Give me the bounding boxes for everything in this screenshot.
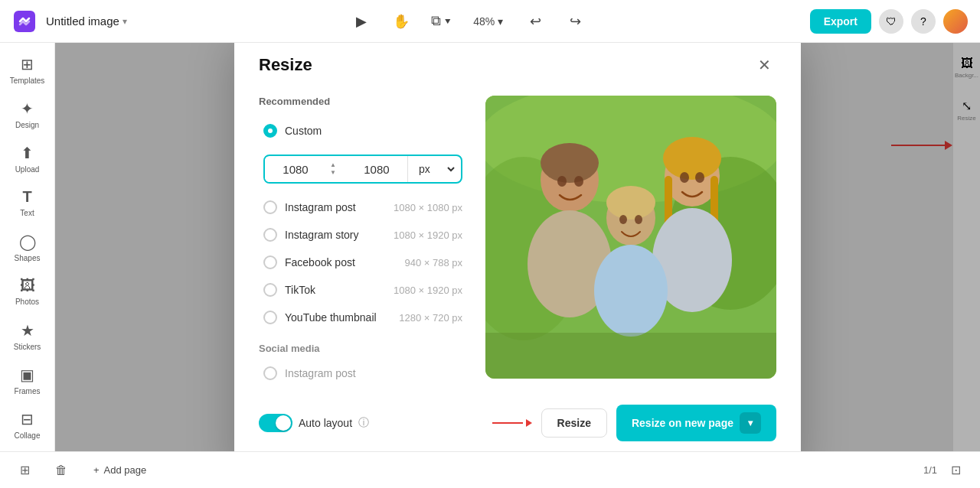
tiktok-label: TikTok bbox=[285, 284, 386, 296]
view-options-button[interactable]: ⧉ ▾ bbox=[427, 8, 455, 35]
sidebar-item-photos[interactable]: 🖼 Photos bbox=[3, 271, 52, 312]
grid-view-button[interactable]: ⊞ bbox=[12, 458, 37, 483]
social-instagram-label: Instagram post bbox=[285, 367, 356, 379]
instagram-story-label: Instagram story bbox=[285, 229, 386, 241]
export-button[interactable]: Export bbox=[810, 9, 871, 34]
modal-title: Resize bbox=[259, 55, 312, 75]
resize-button[interactable]: Resize bbox=[541, 408, 607, 438]
help-icon[interactable]: ? bbox=[911, 9, 936, 34]
youtube-thumbnail-radio[interactable] bbox=[263, 311, 277, 324]
auto-layout-info-icon[interactable]: ⓘ bbox=[358, 416, 369, 430]
svg-point-15 bbox=[680, 172, 689, 183]
height-input[interactable] bbox=[346, 157, 407, 182]
custom-radio[interactable] bbox=[263, 124, 277, 138]
svg-point-8 bbox=[557, 176, 567, 187]
sidebar-item-upload[interactable]: ⬆ Upload bbox=[3, 138, 52, 179]
modal-footer: Auto layout ⓘ Resize Resize on new page … bbox=[259, 405, 776, 441]
play-button[interactable]: ▶ bbox=[348, 8, 375, 35]
add-page-icon: + bbox=[93, 464, 100, 476]
width-down-button[interactable]: ▼ bbox=[329, 169, 337, 177]
svg-rect-0 bbox=[14, 11, 35, 32]
modal-right-panel bbox=[485, 96, 776, 386]
user-avatar[interactable] bbox=[943, 9, 968, 34]
facebook-post-option[interactable]: Facebook post 940 × 788 px bbox=[259, 249, 467, 275]
svg-point-18 bbox=[606, 186, 655, 220]
canvas-area: Resize ✕ Recommended Custom bbox=[55, 43, 980, 451]
sidebar-item-text[interactable]: T Text bbox=[3, 182, 52, 223]
tiktok-size: 1080 × 1920 px bbox=[394, 285, 462, 296]
frames-icon: ▣ bbox=[20, 366, 34, 384]
width-input[interactable] bbox=[265, 157, 326, 182]
shield-icon[interactable]: 🛡 bbox=[879, 9, 903, 34]
sidebar-item-collage[interactable]: ⊟ Collage bbox=[3, 404, 52, 445]
instagram-story-radio[interactable] bbox=[263, 228, 277, 242]
resize-new-chevron-icon: ▾ bbox=[740, 412, 761, 434]
svg-point-16 bbox=[695, 172, 704, 183]
add-page-button[interactable]: + Add page bbox=[86, 460, 154, 480]
dimension-input-group: ▲ ▼ px in mm cm bbox=[263, 155, 462, 184]
custom-option[interactable]: Custom bbox=[259, 118, 467, 144]
document-title[interactable]: Untitled image ▾ bbox=[46, 15, 127, 28]
collage-icon: ⊟ bbox=[21, 410, 34, 428]
sidebar-item-shapes[interactable]: ◯ Shapes bbox=[3, 226, 52, 268]
svg-point-21 bbox=[635, 215, 642, 224]
width-up-button[interactable]: ▲ bbox=[329, 161, 337, 169]
auto-layout-toggle[interactable] bbox=[259, 414, 292, 432]
social-instagram-radio[interactable] bbox=[263, 366, 277, 380]
trash-button[interactable]: 🗑 bbox=[49, 458, 74, 483]
modal-left-panel: Recommended Custom ▲ bbox=[259, 96, 467, 386]
instagram-post-option[interactable]: Instagram post 1080 × 1080 px bbox=[259, 194, 467, 220]
topbar: Untitled image ▾ ▶ ✋ ⧉ ▾ 48% ▾ ↩ ↪ Expor… bbox=[0, 0, 980, 43]
templates-icon: ⊞ bbox=[21, 55, 34, 73]
sidebar-item-templates[interactable]: ⊞ Templates bbox=[3, 49, 52, 90]
page-count: 1/1 bbox=[923, 464, 937, 476]
social-instagram-post[interactable]: Instagram post bbox=[259, 360, 467, 386]
custom-label: Custom bbox=[285, 125, 462, 137]
unit-select[interactable]: px in mm cm bbox=[407, 156, 457, 182]
resize-arrow-indicator bbox=[492, 419, 532, 427]
instagram-post-radio[interactable] bbox=[263, 200, 277, 214]
sidebar-item-design[interactable]: ✦ Design bbox=[3, 93, 52, 135]
bottombar: ⊞ 🗑 + Add page 1/1 ⊡ bbox=[0, 451, 980, 488]
tiktok-radio[interactable] bbox=[263, 283, 277, 297]
width-spinner[interactable]: ▲ ▼ bbox=[326, 160, 340, 178]
sidebar: ⊞ Templates ✦ Design ⬆ Upload T Text ◯ S… bbox=[0, 43, 55, 451]
sidebar-item-frames[interactable]: ▣ Frames bbox=[3, 359, 52, 401]
instagram-post-label: Instagram post bbox=[285, 201, 386, 213]
zoom-control[interactable]: 48% ▾ bbox=[467, 11, 509, 32]
hand-tool-button[interactable]: ✋ bbox=[387, 8, 415, 35]
photos-icon: 🖼 bbox=[20, 277, 35, 294]
shapes-icon: ◯ bbox=[19, 233, 36, 251]
arrow-line bbox=[492, 422, 523, 424]
topbar-right-controls: Export 🛡 ? bbox=[810, 9, 968, 34]
instagram-post-size: 1080 × 1080 px bbox=[394, 202, 462, 213]
facebook-post-radio[interactable] bbox=[263, 255, 277, 269]
arrow-head bbox=[526, 419, 532, 427]
tiktok-option[interactable]: TikTok 1080 × 1920 px bbox=[259, 277, 467, 303]
youtube-thumbnail-option[interactable]: YouTube thumbnail 1280 × 720 px bbox=[259, 304, 467, 330]
design-icon: ✦ bbox=[21, 99, 34, 118]
resize-modal: Resize ✕ Recommended Custom bbox=[234, 43, 801, 451]
sidebar-item-stickers[interactable]: ★ Stickers bbox=[3, 315, 52, 356]
app-logo[interactable] bbox=[12, 9, 37, 34]
modal-body: Recommended Custom ▲ bbox=[259, 96, 776, 386]
redo-button[interactable]: ↪ bbox=[561, 8, 589, 35]
modal-close-button[interactable]: ✕ bbox=[752, 53, 776, 77]
instagram-story-option[interactable]: Instagram story 1080 × 1920 px bbox=[259, 222, 467, 248]
topbar-center-controls: ▶ ✋ ⧉ ▾ 48% ▾ ↩ ↪ bbox=[348, 8, 589, 35]
instagram-story-size: 1080 × 1920 px bbox=[394, 229, 462, 241]
resize-on-new-page-button[interactable]: Resize on new page ▾ bbox=[616, 405, 776, 441]
preview-image bbox=[485, 96, 776, 379]
svg-point-6 bbox=[541, 143, 599, 183]
social-section-label: Social media bbox=[259, 343, 467, 354]
dimension-row: ▲ ▼ px in mm cm bbox=[259, 150, 467, 188]
auto-layout-control: Auto layout ⓘ bbox=[259, 414, 369, 432]
footer-buttons: Resize Resize on new page ▾ bbox=[492, 405, 776, 441]
undo-button[interactable]: ↩ bbox=[521, 8, 549, 35]
text-icon: T bbox=[22, 188, 31, 206]
present-icon[interactable]: ⊡ bbox=[943, 458, 968, 483]
stickers-icon: ★ bbox=[21, 321, 34, 340]
youtube-thumbnail-label: YouTube thumbnail bbox=[285, 311, 391, 324]
svg-point-11 bbox=[663, 137, 721, 180]
main-layout: ⊞ Templates ✦ Design ⬆ Upload T Text ◯ S… bbox=[0, 43, 980, 451]
